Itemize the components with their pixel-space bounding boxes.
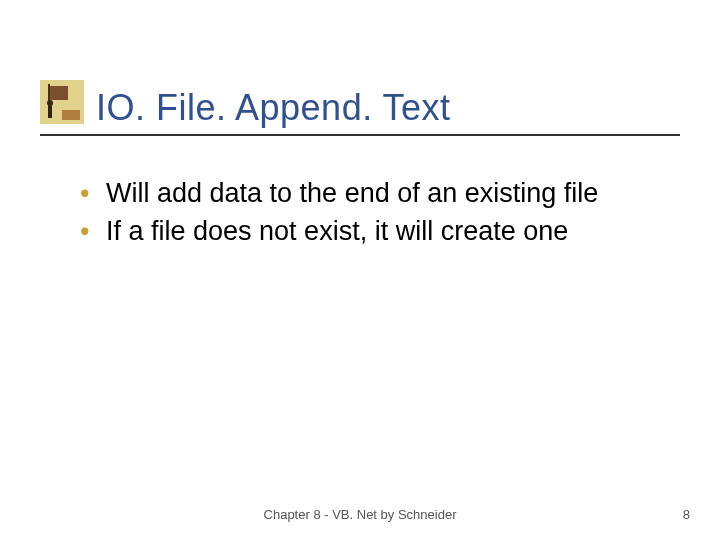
title-rule xyxy=(40,134,680,136)
slide-title: IO. File. Append. Text xyxy=(96,88,451,128)
bullet-list: Will add data to the end of an existing … xyxy=(80,175,690,250)
list-item: Will add data to the end of an existing … xyxy=(80,175,690,211)
bar-shape xyxy=(62,110,80,120)
slide: IO. File. Append. Text Will add data to … xyxy=(0,0,720,540)
person-shape xyxy=(48,104,52,118)
slide-header: IO. File. Append. Text xyxy=(40,80,680,136)
page-number: 8 xyxy=(683,507,690,522)
logo-icon xyxy=(40,80,84,124)
slide-body: Will add data to the end of an existing … xyxy=(80,175,690,252)
list-item: If a file does not exist, it will create… xyxy=(80,213,690,249)
flag-shape xyxy=(50,86,68,100)
footer-center: Chapter 8 - VB. Net by Schneider xyxy=(0,507,720,522)
title-row: IO. File. Append. Text xyxy=(40,80,680,128)
